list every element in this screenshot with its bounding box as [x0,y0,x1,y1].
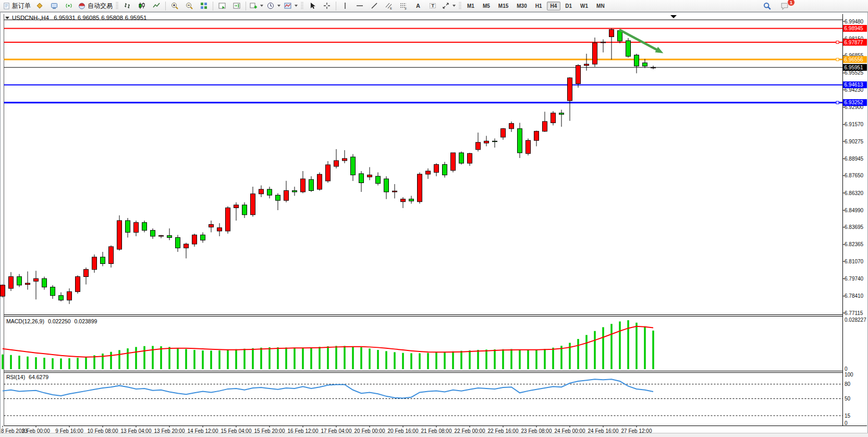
svg-text:15: 15 [845,413,851,419]
svg-text:100: 100 [845,372,853,378]
search-button[interactable] [760,0,774,11]
chevron-down-icon [453,5,456,7]
template-icon [284,2,292,10]
svg-text:F: F [405,7,407,10]
svg-text:6.84990: 6.84990 [845,208,864,213]
timeframe-M1[interactable]: M1 [463,2,478,10]
new-order-button[interactable]: 新订单 [1,0,32,11]
timeframe-M5[interactable]: M5 [479,2,494,10]
vertical-line-icon [341,2,349,10]
svg-text:6.98945: 6.98945 [845,26,864,31]
tile-windows-button[interactable] [197,0,211,11]
trendline-button[interactable] [367,0,382,11]
svg-text:0.028227: 0.028227 [845,317,866,323]
svg-text:0: 0 [845,420,848,426]
autotrading-button[interactable]: 自动交易 [76,0,114,11]
timeframe-M30[interactable]: M30 [513,2,530,10]
timeframe-group: M1M5M15M30H1H4D1W1MN [463,2,609,10]
chart-window: 6.994806.981506.968556.955256.942306.929… [0,12,868,433]
svg-text:6.95525: 6.95525 [845,70,864,76]
cursor-icon [308,2,316,10]
line-chart-button[interactable] [149,0,164,11]
text-tool-button[interactable]: A [411,0,425,11]
toolbar-grip [116,2,118,10]
timeframe-D1[interactable]: D1 [561,2,576,10]
toolbar-grip [301,2,303,10]
candlestick-chart-icon [138,2,146,10]
periods-button[interactable] [265,0,282,11]
chat-button[interactable]: 1 [777,0,792,11]
svg-text:0: 0 [845,366,848,372]
tile-windows-icon [200,2,208,10]
low-value: 6.95808 [101,15,123,21]
svg-text:6.96556: 6.96556 [845,57,864,63]
line-chart-icon [152,2,161,10]
status-bar [0,433,868,437]
cursor-button[interactable] [305,0,320,11]
new-order-icon [3,2,10,10]
templates-button[interactable] [282,0,299,11]
bar-chart-icon [123,2,131,10]
add-indicator-icon [249,2,258,10]
chevron-down-icon [260,5,263,7]
svg-text:6.91570: 6.91570 [845,122,864,127]
close-value: 6.95951 [125,15,147,21]
toolbar-separator [165,2,166,10]
autotrading-label: 自动交易 [88,2,113,10]
svg-text:6.95951: 6.95951 [845,65,864,70]
svg-text:6.90275: 6.90275 [845,139,864,144]
svg-text:6.79740: 6.79740 [845,276,864,282]
svg-text:6.87650: 6.87650 [845,173,864,178]
toolbar-grip [459,2,461,10]
toolbar-separator [213,2,213,10]
svg-text:6.78410: 6.78410 [845,293,864,299]
high-value: 6.96085 [78,15,100,21]
macd-label: MACD(12,26,9) 0.022250 0.023899 [6,318,97,324]
crosshair-button[interactable] [320,0,334,11]
navigator-button[interactable] [47,0,62,11]
zoom-in-button[interactable] [167,0,182,11]
trendline-icon [370,2,378,10]
auto-scroll-button[interactable] [215,0,229,11]
chart-shift-icon [233,2,241,10]
arrows-tool-button[interactable] [440,0,457,11]
chart-canvas[interactable]: 6.994806.981506.968556.955256.942306.929… [0,12,868,433]
svg-text:6.99480: 6.99480 [845,19,864,25]
timeframe-H1[interactable]: H1 [532,2,546,10]
symbol-label: USDCNH-,H4 [12,15,49,21]
timeframe-M15[interactable]: M15 [495,2,512,10]
timeframe-MN[interactable]: MN [593,2,608,10]
chart-shift-button[interactable] [229,0,244,11]
zoom-out-button[interactable] [182,0,197,11]
arrows-tool-icon [442,2,450,10]
svg-text:E: E [390,7,392,10]
timeframe-H4[interactable]: H4 [547,2,561,10]
equidistant-channel-icon: E [385,2,393,10]
vertical-line-button[interactable] [338,0,352,11]
candlestick-chart-button[interactable] [135,0,149,11]
auto-scroll-icon [218,2,226,10]
bar-chart-button[interactable] [120,0,135,11]
add-indicator-button[interactable] [248,0,265,11]
horizontal-line-icon [356,2,364,10]
horizontal-line-button[interactable] [352,0,367,11]
new-order-label: 新订单 [12,2,31,10]
svg-text:6.88945: 6.88945 [845,156,864,162]
equidistant-channel-button[interactable]: E [382,0,396,11]
signal-button[interactable] [62,0,76,11]
navigator-icon [50,2,58,10]
market-watch-icon [35,2,44,10]
fibonacci-button[interactable]: F [396,0,411,11]
market-watch-button[interactable] [32,0,47,11]
chevron-down-icon [277,5,280,7]
crosshair-icon [323,2,331,10]
text-label-button[interactable]: T [425,0,440,11]
svg-text:6.94613: 6.94613 [845,82,864,88]
svg-text:6.86320: 6.86320 [845,190,864,196]
timeframe-W1[interactable]: W1 [577,2,592,10]
svg-text:50: 50 [845,396,851,402]
clock-icon [266,2,275,10]
symbol-dropdown-icon[interactable] [5,17,9,19]
toolbar-right-cluster: 1 [760,0,792,11]
svg-text:6.81070: 6.81070 [845,259,864,264]
